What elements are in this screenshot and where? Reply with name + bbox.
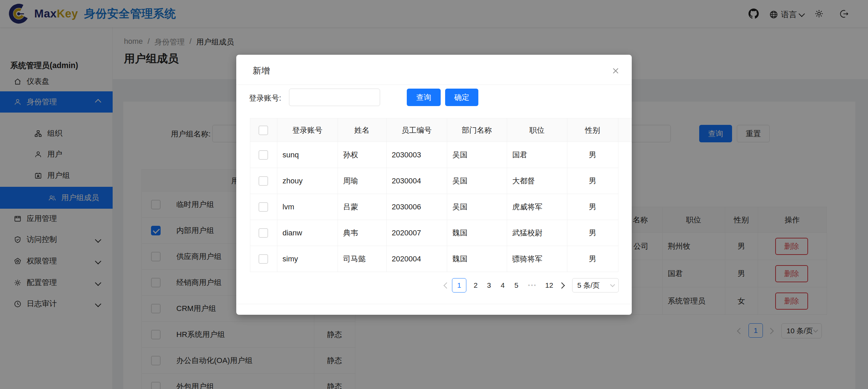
cell-name: 司马懿 <box>343 246 366 272</box>
cell-gender: 男 <box>567 246 618 272</box>
row-checkbox[interactable] <box>259 228 268 238</box>
next-page-icon[interactable] <box>558 282 565 288</box>
cell-login: zhouy <box>282 168 303 194</box>
cell-login: sunq <box>282 142 299 168</box>
cell-name: 孙权 <box>343 142 358 168</box>
cell-name: 典韦 <box>343 220 358 246</box>
page-number-active[interactable]: 1 <box>452 278 466 293</box>
cell-dept: 吴国 <box>452 168 467 194</box>
prev-page-icon[interactable] <box>443 282 450 288</box>
row-checkbox[interactable] <box>259 254 268 264</box>
cell-emp-no: 2020007 <box>392 220 421 246</box>
cell-position: 骠骑将军 <box>512 246 542 272</box>
page-size-value: 5 条/页 <box>577 281 600 290</box>
add-member-modal: 新增 登录账号: 查询 确定 登录账号 姓名 员工编号 部门名称 职位 性别 <box>236 55 632 315</box>
row-checkbox[interactable] <box>259 202 268 212</box>
col-dept: 部门名称 <box>447 118 507 142</box>
col-emp-no: 员工编号 <box>386 118 447 142</box>
cell-position: 武猛校尉 <box>512 220 542 246</box>
cell-gender: 男 <box>567 194 618 220</box>
modal-account-input[interactable] <box>289 89 380 106</box>
page-number[interactable]: 5 <box>509 278 524 293</box>
table-row: dianw 典韦 2020007 魏国 武猛校尉 男 <box>250 220 618 246</box>
col-gender: 性别 <box>567 118 618 142</box>
cell-name: 吕蒙 <box>343 194 358 220</box>
page-size-select[interactable]: 5 条/页 <box>572 278 619 293</box>
cell-login: dianw <box>282 220 302 246</box>
cell-emp-no: 2030004 <box>392 168 421 194</box>
divider <box>236 304 632 304</box>
page-number[interactable]: 2 <box>468 278 483 293</box>
row-checkbox[interactable] <box>259 176 268 186</box>
chevron-down-icon <box>610 282 615 287</box>
screen: MaxKey 身份安全管理系统 语言 系统管理员(admin) 仪表盘 <box>0 0 868 389</box>
select-all-checkbox[interactable] <box>259 126 268 135</box>
divider <box>618 118 618 272</box>
modal-user-table: 登录账号 姓名 员工编号 部门名称 职位 性别 sunq 孙权 2030003 … <box>250 118 632 272</box>
modal-title: 新增 <box>253 65 270 76</box>
divider <box>236 85 632 85</box>
cell-position: 国君 <box>512 142 527 168</box>
modal-table-header: 登录账号 姓名 员工编号 部门名称 职位 性别 <box>250 118 632 142</box>
cell-position: 大都督 <box>512 168 535 194</box>
row-checkbox[interactable] <box>259 150 268 160</box>
col-name: 姓名 <box>338 118 386 142</box>
account-label: 登录账号: <box>249 93 281 103</box>
col-login: 登录账号 <box>277 118 338 142</box>
cell-gender: 男 <box>567 142 618 168</box>
table-row: simy 司马懿 2020004 魏国 骠骑将军 男 <box>250 246 618 272</box>
cell-login: simy <box>282 246 298 272</box>
table-row: lvm 吕蒙 2030006 吴国 虎威将军 男 <box>250 194 618 220</box>
cell-gender: 男 <box>567 168 618 194</box>
page-number-last[interactable]: 12 <box>542 278 556 293</box>
modal-search-button[interactable]: 查询 <box>407 89 441 106</box>
modal-confirm-button[interactable]: 确定 <box>445 89 478 106</box>
page-number[interactable]: 4 <box>495 278 510 293</box>
cell-name: 周瑜 <box>343 168 358 194</box>
table-row: sunq 孙权 2030003 吴国 国君 男 <box>250 142 618 168</box>
cell-dept: 魏国 <box>452 246 467 272</box>
cell-emp-no: 2030003 <box>392 142 421 168</box>
cell-emp-no: 2030006 <box>392 194 421 220</box>
cell-dept: 魏国 <box>452 220 467 246</box>
cell-gender: 男 <box>567 220 618 246</box>
cell-emp-no: 2020004 <box>392 246 421 272</box>
table-row: zhouy 周瑜 2030004 吴国 大都督 男 <box>250 168 618 194</box>
pagination-ellipsis[interactable]: ••• <box>523 278 542 293</box>
close-icon[interactable] <box>611 66 620 76</box>
col-position: 职位 <box>507 118 567 142</box>
cell-login: lvm <box>282 194 294 220</box>
cell-position: 虎威将军 <box>512 194 542 220</box>
page-number[interactable]: 3 <box>482 278 496 293</box>
cell-dept: 吴国 <box>452 142 467 168</box>
cell-dept: 吴国 <box>452 194 467 220</box>
